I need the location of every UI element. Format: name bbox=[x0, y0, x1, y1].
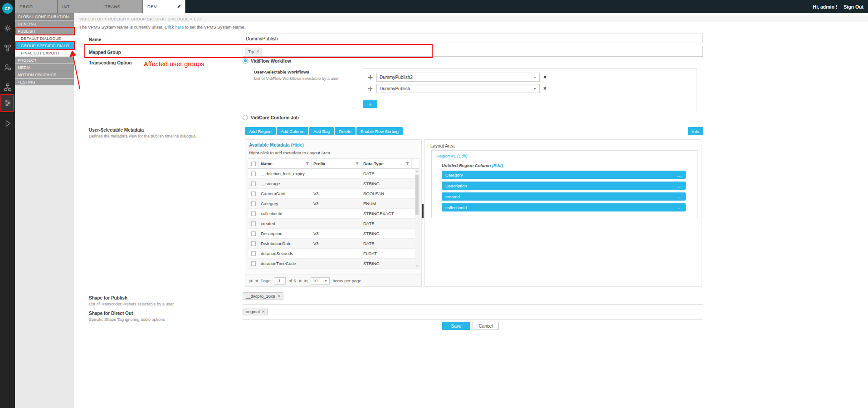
run-icon[interactable] bbox=[0, 115, 15, 132]
header-name[interactable]: Name ↑ bbox=[259, 159, 312, 168]
checkbox[interactable] bbox=[251, 192, 256, 196]
name-input[interactable] bbox=[243, 34, 703, 43]
layout-field[interactable]: Category... bbox=[442, 171, 686, 179]
checkbox[interactable] bbox=[251, 172, 256, 176]
more-icon[interactable]: ... bbox=[677, 172, 682, 177]
remove-workflow-icon[interactable]: × bbox=[543, 74, 546, 80]
sidebar-item-default-dialogue[interactable]: DEFAULT DIALOGUE bbox=[15, 35, 74, 42]
layout-field[interactable]: created... bbox=[442, 192, 686, 201]
next-page-icon[interactable]: ▶ bbox=[299, 279, 301, 283]
radio-vidiflow-workflow[interactable]: VidiFlow Workflow bbox=[243, 58, 291, 64]
chevron-down-icon: ▼ bbox=[533, 76, 536, 79]
modules-icon[interactable] bbox=[0, 20, 15, 36]
metadata-hint: Right-click to add metadata to Layout Ar… bbox=[249, 150, 330, 155]
page-number-input[interactable] bbox=[274, 277, 286, 285]
table-row[interactable]: CameraCardV3BOOLEAN bbox=[248, 189, 419, 199]
toolbar-add-region-button[interactable]: Add Region bbox=[245, 127, 276, 135]
tab-prod[interactable]: PROD bbox=[15, 0, 58, 13]
remove-workflow-icon[interactable]: × bbox=[543, 85, 546, 92]
filter-icon[interactable] bbox=[355, 162, 359, 166]
info-button[interactable]: Info bbox=[688, 127, 703, 135]
table-row[interactable]: createdDATE bbox=[248, 219, 419, 229]
table-row[interactable]: collectionIdSTRINGEXACT bbox=[248, 209, 419, 219]
move-icon[interactable] bbox=[368, 75, 373, 80]
sidebar-item-group-specific-dialo[interactable]: GROUP SPECIFIC DIALO... bbox=[15, 42, 74, 49]
hide-link[interactable]: (Hide) bbox=[291, 143, 303, 147]
layout-field[interactable]: collectionId... bbox=[442, 203, 686, 211]
layout-field[interactable]: Description... bbox=[442, 182, 686, 190]
workflow-dropdown[interactable]: DummyPublish▼ bbox=[376, 84, 540, 93]
scroll-up-icon[interactable]: ▲ bbox=[415, 169, 419, 173]
checkbox[interactable] bbox=[251, 231, 256, 236]
header-data-type[interactable]: Data Type bbox=[361, 159, 412, 168]
shape-publish-field[interactable]: __dvcpro_16x9 × bbox=[243, 291, 703, 305]
table-row[interactable]: __storageSTRING bbox=[248, 179, 419, 189]
vpms-here-link[interactable]: here bbox=[175, 25, 184, 29]
sidebar-item-project[interactable]: PROJECT bbox=[15, 57, 74, 64]
scroll-down-icon[interactable]: ▼ bbox=[415, 264, 419, 268]
mapped-group-field[interactable]: Try × bbox=[243, 46, 703, 57]
first-page-icon[interactable]: |◀ bbox=[249, 279, 252, 283]
last-page-icon[interactable]: ▶| bbox=[305, 279, 307, 283]
move-icon[interactable] bbox=[368, 86, 373, 91]
select-all-checkbox[interactable] bbox=[251, 162, 256, 166]
table-row[interactable]: CategoryV3ENUM bbox=[248, 199, 419, 209]
sidebar-item-testing[interactable]: TESTING bbox=[15, 79, 74, 85]
chip-remove-icon[interactable]: × bbox=[262, 309, 265, 314]
items-per-page-select[interactable]: 10 ▼ bbox=[311, 277, 330, 285]
cell-type: DATE bbox=[361, 221, 412, 226]
region-edit-link[interactable]: (Edit) bbox=[457, 153, 468, 158]
more-icon[interactable]: ... bbox=[677, 205, 682, 210]
add-workflow-button[interactable]: + bbox=[363, 100, 377, 108]
table-row[interactable]: durationTimeCodeSTRING bbox=[248, 259, 419, 269]
more-icon[interactable]: ... bbox=[677, 194, 682, 199]
checkbox[interactable] bbox=[251, 202, 256, 206]
table-row[interactable]: __deletion_lock_expiryDATE bbox=[248, 169, 419, 179]
chip-remove-icon[interactable]: × bbox=[256, 49, 259, 54]
cancel-button[interactable]: Cancel bbox=[473, 322, 499, 330]
table-row[interactable]: DistributionDateV3DATE bbox=[248, 239, 419, 249]
table-scrollbar[interactable]: ▲ ▼ bbox=[415, 169, 419, 268]
radio-vidicore-conform[interactable]: VidiCore Conform Job bbox=[243, 115, 299, 120]
table-row[interactable]: durationSecondsFLOAT bbox=[248, 249, 419, 259]
header-prefix[interactable]: Prefix bbox=[312, 159, 361, 168]
chip-remove-icon[interactable]: × bbox=[278, 294, 280, 299]
chevron-down-icon: ▼ bbox=[533, 87, 536, 90]
table-row[interactable]: DescriptionV3STRING bbox=[248, 229, 419, 239]
toolbar-delete-button[interactable]: Delete bbox=[335, 127, 355, 135]
sidebar-item-media[interactable]: MEDIA bbox=[15, 64, 74, 71]
sidebar-item-motion-graphics[interactable]: MOTION GRAPHICS bbox=[15, 71, 74, 78]
hierarchy-icon[interactable] bbox=[0, 79, 15, 95]
filter-icon[interactable] bbox=[405, 162, 410, 166]
panel-splitter[interactable] bbox=[422, 204, 424, 218]
sidebar-item-general[interactable]: GENERAL bbox=[15, 20, 74, 27]
more-icon[interactable]: ... bbox=[677, 183, 682, 188]
toolbar-add-column-button[interactable]: Add Column bbox=[277, 127, 308, 135]
checkbox[interactable] bbox=[251, 221, 256, 226]
workflow-icon[interactable] bbox=[0, 40, 15, 56]
sign-out-link[interactable]: Sign Out bbox=[844, 4, 863, 10]
sidebar-item-publish[interactable]: PUBLISH bbox=[15, 28, 74, 34]
checkbox[interactable] bbox=[251, 251, 256, 256]
checkbox[interactable] bbox=[251, 182, 256, 186]
checkbox[interactable] bbox=[251, 241, 256, 246]
toolbar-enable-row-sorting-button[interactable]: Enable Row Sorting bbox=[356, 127, 403, 135]
editor-config-icon[interactable] bbox=[0, 95, 15, 111]
checkbox[interactable] bbox=[251, 261, 256, 266]
column-edit-link[interactable]: (Edit) bbox=[492, 163, 503, 168]
workflow-dropdown[interactable]: DummyPublish2▼ bbox=[376, 73, 540, 82]
app-logo[interactable]: CP bbox=[2, 3, 13, 14]
layout-field-label: Category bbox=[445, 172, 463, 177]
checkbox[interactable] bbox=[251, 211, 256, 216]
save-button[interactable]: Save bbox=[442, 322, 470, 330]
user-admin-icon[interactable] bbox=[0, 59, 15, 76]
toolbar-add-bag-button[interactable]: Add Bag bbox=[309, 127, 334, 135]
filter-icon[interactable] bbox=[305, 162, 309, 166]
prev-page-icon[interactable]: ◀ bbox=[255, 279, 257, 283]
tab-int[interactable]: INT bbox=[58, 0, 100, 13]
sidebar-item-final-cut-export[interactable]: FINAL CUT EXPORT bbox=[15, 49, 74, 56]
tab-trans[interactable]: TRANS bbox=[100, 0, 143, 13]
scrollbar-thumb[interactable] bbox=[415, 175, 419, 215]
shape-direct-field[interactable]: original × bbox=[243, 307, 703, 320]
tab-dev[interactable]: DEV bbox=[143, 0, 185, 13]
